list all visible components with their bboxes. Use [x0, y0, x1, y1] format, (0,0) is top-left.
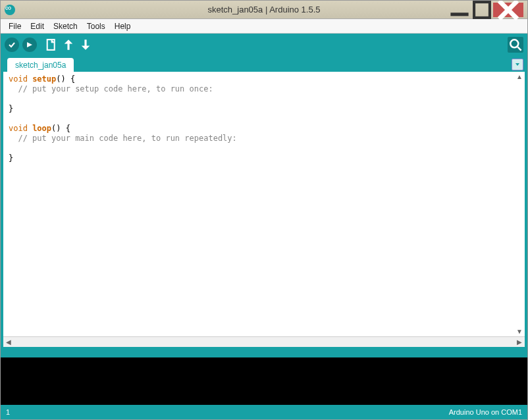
message-bar [1, 347, 527, 357]
scroll-right-icon[interactable]: ▶ [517, 338, 522, 346]
line-number: 1 [6, 408, 10, 416]
scroll-left-icon[interactable]: ◀ [6, 338, 11, 346]
upload-button[interactable] [22, 38, 37, 52]
open-button[interactable] [61, 38, 76, 52]
menu-edit[interactable]: Edit [26, 20, 48, 32]
new-button[interactable] [44, 38, 59, 52]
statusbar: 1 Arduino Uno on COM1 [1, 405, 527, 419]
verify-button[interactable] [5, 38, 19, 52]
svg-rect-5 [47, 39, 55, 50]
scroll-down-icon[interactable]: ▼ [516, 328, 523, 335]
h-scrollbar[interactable]: ◀ ▶ [3, 336, 525, 347]
tab-strip: sketch_jan05a [1, 56, 527, 72]
svg-marker-7 [82, 39, 90, 50]
editor-wrap: void setup() { // put your setup code he… [1, 72, 527, 347]
svg-marker-10 [515, 63, 519, 66]
window-controls [448, 3, 523, 17]
menu-file[interactable]: File [5, 20, 25, 32]
svg-marker-4 [27, 42, 32, 47]
svg-line-9 [517, 47, 521, 50]
keyword: void [9, 124, 28, 133]
minimize-button[interactable] [448, 3, 471, 17]
tab-sketch[interactable]: sketch_jan05a [7, 58, 74, 72]
maximize-button[interactable] [471, 3, 493, 17]
code-text: } [9, 104, 13, 113]
titlebar: sketch_jan05a | Arduino 1.5.5 [1, 1, 527, 19]
tab-menu-dropdown[interactable] [512, 59, 523, 70]
editor: void setup() { // put your setup code he… [3, 72, 525, 347]
board-port: Arduino Uno on COM1 [449, 408, 522, 416]
function-name: setup [32, 74, 56, 84]
code-text: () { [51, 124, 70, 133]
code-editor[interactable]: void setup() { // put your setup code he… [3, 72, 525, 336]
toolbar [1, 34, 527, 56]
arduino-app-icon [5, 5, 15, 15]
menubar: File Edit Sketch Tools Help [1, 19, 527, 34]
console[interactable] [1, 357, 527, 405]
svg-marker-6 [65, 39, 73, 50]
serial-monitor-button[interactable] [508, 37, 523, 53]
function-name: loop [32, 124, 51, 133]
code-text: } [9, 153, 13, 163]
code-text: () { [56, 74, 75, 84]
menu-help[interactable]: Help [111, 20, 135, 32]
scroll-up-icon[interactable]: ▲ [516, 73, 523, 80]
close-button[interactable] [493, 3, 523, 17]
menu-tools[interactable]: Tools [83, 20, 109, 32]
menu-sketch[interactable]: Sketch [49, 20, 82, 32]
keyword: void [9, 74, 28, 84]
svg-point-8 [510, 39, 518, 47]
svg-rect-1 [474, 2, 490, 18]
save-button[interactable] [78, 38, 93, 52]
window-title: sketch_jan05a | Arduino 1.5.5 [207, 5, 320, 14]
comment: // put your setup code here, to run once… [9, 84, 213, 93]
comment: // put your main code here, to run repea… [9, 134, 237, 143]
